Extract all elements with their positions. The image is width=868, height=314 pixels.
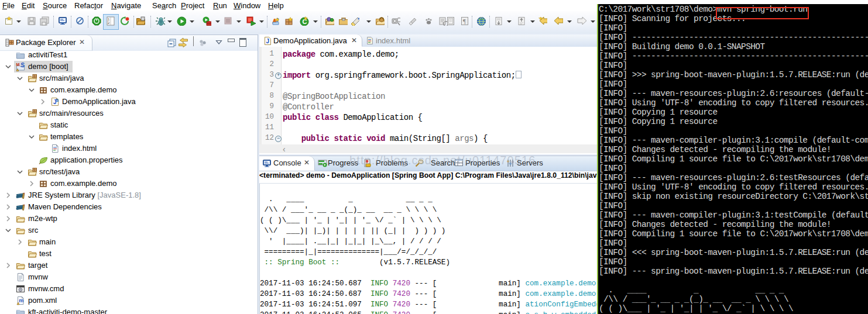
svg-text:¶: ¶ bbox=[463, 18, 466, 25]
svg-text:J: J bbox=[266, 38, 270, 44]
